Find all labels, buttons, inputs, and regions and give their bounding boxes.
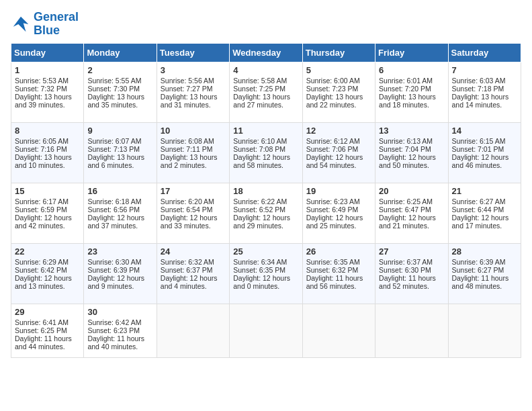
- cell-line: and 2 minutes.: [161, 161, 226, 169]
- cell-line: Sunrise: 6:23 AM: [306, 197, 371, 205]
- cell-line: Sunrise: 6:18 AM: [87, 197, 152, 205]
- day-number: 22: [15, 246, 80, 257]
- cell-line: Sunset: 6:44 PM: [452, 205, 517, 214]
- day-number: 10: [161, 126, 226, 136]
- cell-line: and 0 minutes.: [233, 282, 298, 290]
- cell-line: Sunset: 7:30 PM: [87, 85, 152, 93]
- calendar-cell: 15Sunrise: 6:17 AMSunset: 6:59 PMDayligh…: [11, 183, 84, 243]
- calendar-cell: 10Sunrise: 6:08 AMSunset: 7:11 PMDayligh…: [157, 122, 229, 183]
- logo: General Blue: [11, 11, 79, 38]
- cell-line: Sunrise: 6:01 AM: [379, 77, 444, 85]
- cell-line: Sunrise: 6:22 AM: [233, 197, 298, 205]
- calendar-cell: 29Sunrise: 6:41 AMSunset: 6:25 PMDayligh…: [11, 304, 84, 357]
- logo-icon: [11, 14, 31, 34]
- cell-line: Sunrise: 6:17 AM: [15, 197, 80, 205]
- cell-line: Sunset: 7:18 PM: [452, 85, 517, 93]
- cell-line: Sunset: 6:35 PM: [233, 266, 298, 274]
- cell-line: Sunrise: 6:08 AM: [161, 137, 226, 145]
- day-number: 20: [379, 186, 444, 196]
- day-number: 29: [15, 307, 80, 317]
- day-number: 14: [452, 126, 517, 136]
- cell-line: Sunset: 7:25 PM: [233, 85, 298, 93]
- cell-line: Daylight: 11 hours: [452, 274, 517, 282]
- day-number: 25: [233, 246, 298, 257]
- cell-line: Sunset: 6:39 PM: [87, 266, 152, 274]
- cell-line: Sunset: 7:20 PM: [379, 85, 444, 93]
- cell-line: Daylight: 12 hours: [161, 274, 226, 282]
- cell-line: and 40 minutes.: [87, 342, 152, 351]
- calendar-header-sunday: Sunday: [11, 43, 84, 62]
- cell-line: Sunrise: 6:25 AM: [379, 197, 444, 205]
- cell-line: Sunrise: 6:42 AM: [87, 318, 152, 326]
- cell-line: and 27 minutes.: [233, 101, 298, 109]
- cell-line: Sunrise: 6:30 AM: [87, 258, 152, 266]
- day-number: 2: [87, 65, 152, 75]
- cell-line: Daylight: 12 hours: [161, 214, 226, 222]
- cell-line: Sunrise: 5:58 AM: [233, 77, 298, 85]
- cell-line: Sunset: 6:49 PM: [306, 205, 371, 214]
- cell-line: and 10 minutes.: [15, 161, 80, 169]
- cell-line: Sunrise: 6:13 AM: [379, 137, 444, 145]
- cell-line: Sunset: 6:23 PM: [87, 326, 152, 334]
- cell-line: Sunrise: 6:12 AM: [306, 137, 371, 145]
- calendar-cell: 23Sunrise: 6:30 AMSunset: 6:39 PMDayligh…: [84, 243, 157, 304]
- cell-line: Daylight: 12 hours: [233, 214, 298, 222]
- day-number: 6: [379, 65, 444, 75]
- cell-line: Sunset: 6:52 PM: [233, 205, 298, 214]
- day-number: 7: [452, 65, 517, 75]
- cell-line: Daylight: 13 hours: [87, 153, 152, 161]
- cell-line: and 29 minutes.: [233, 222, 298, 230]
- calendar-cell: 20Sunrise: 6:25 AMSunset: 6:47 PMDayligh…: [375, 183, 448, 243]
- calendar-body: 1Sunrise: 5:53 AMSunset: 7:32 PMDaylight…: [11, 62, 521, 357]
- day-number: 4: [233, 65, 298, 75]
- calendar-cell: 9Sunrise: 6:07 AMSunset: 7:13 PMDaylight…: [84, 122, 157, 183]
- calendar-cell: 1Sunrise: 5:53 AMSunset: 7:32 PMDaylight…: [11, 62, 84, 122]
- cell-line: and 54 minutes.: [306, 161, 371, 169]
- cell-line: Daylight: 13 hours: [15, 153, 80, 161]
- cell-line: Sunset: 6:30 PM: [379, 266, 444, 274]
- day-number: 26: [306, 246, 371, 257]
- cell-line: Sunset: 7:06 PM: [306, 145, 371, 153]
- calendar-cell: 21Sunrise: 6:27 AMSunset: 6:44 PMDayligh…: [448, 183, 521, 243]
- calendar-cell: 5Sunrise: 6:00 AMSunset: 7:23 PMDaylight…: [302, 62, 375, 122]
- calendar-cell: 28Sunrise: 6:39 AMSunset: 6:27 PMDayligh…: [448, 243, 521, 304]
- calendar-cell: 16Sunrise: 6:18 AMSunset: 6:56 PMDayligh…: [84, 183, 157, 243]
- cell-line: Sunset: 7:01 PM: [452, 145, 517, 153]
- calendar-cell: 24Sunrise: 6:32 AMSunset: 6:37 PMDayligh…: [157, 243, 229, 304]
- day-number: 13: [379, 126, 444, 136]
- cell-line: Sunset: 6:47 PM: [379, 205, 444, 214]
- cell-line: Sunrise: 6:00 AM: [306, 77, 371, 85]
- cell-line: Sunset: 6:27 PM: [452, 266, 517, 274]
- cell-line: Sunset: 7:08 PM: [233, 145, 298, 153]
- cell-line: Daylight: 12 hours: [233, 153, 298, 161]
- svg-marker-0: [13, 17, 29, 32]
- cell-line: Daylight: 11 hours: [15, 334, 80, 342]
- cell-line: and 56 minutes.: [306, 282, 371, 290]
- cell-line: Sunrise: 6:37 AM: [379, 258, 444, 266]
- cell-line: Daylight: 12 hours: [87, 214, 152, 222]
- cell-line: and 4 minutes.: [161, 282, 226, 290]
- cell-line: Sunset: 6:32 PM: [306, 266, 371, 274]
- cell-line: Daylight: 12 hours: [15, 274, 80, 282]
- cell-line: Daylight: 11 hours: [379, 274, 444, 282]
- cell-line: Sunrise: 5:53 AM: [15, 77, 80, 85]
- day-number: 3: [161, 65, 226, 75]
- cell-line: and 58 minutes.: [233, 161, 298, 169]
- cell-line: Sunrise: 6:15 AM: [452, 137, 517, 145]
- cell-line: Daylight: 13 hours: [87, 93, 152, 101]
- calendar-cell: 6Sunrise: 6:01 AMSunset: 7:20 PMDaylight…: [375, 62, 448, 122]
- cell-line: Sunrise: 6:29 AM: [15, 258, 80, 266]
- calendar-header-saturday: Saturday: [448, 43, 521, 62]
- cell-line: Daylight: 12 hours: [379, 214, 444, 222]
- cell-line: Sunrise: 6:05 AM: [15, 137, 80, 145]
- calendar-cell: 2Sunrise: 5:55 AMSunset: 7:30 PMDaylight…: [84, 62, 157, 122]
- calendar-cell: 25Sunrise: 6:34 AMSunset: 6:35 PMDayligh…: [230, 243, 302, 304]
- calendar-header-wednesday: Wednesday: [230, 43, 302, 62]
- cell-line: Sunset: 7:11 PM: [161, 145, 226, 153]
- cell-line: Daylight: 13 hours: [15, 93, 80, 101]
- cell-line: and 42 minutes.: [15, 222, 80, 230]
- cell-line: Daylight: 12 hours: [15, 214, 80, 222]
- cell-line: Sunrise: 5:56 AM: [161, 77, 226, 85]
- calendar-cell: 27Sunrise: 6:37 AMSunset: 6:30 PMDayligh…: [375, 243, 448, 304]
- cell-line: Sunrise: 6:34 AM: [233, 258, 298, 266]
